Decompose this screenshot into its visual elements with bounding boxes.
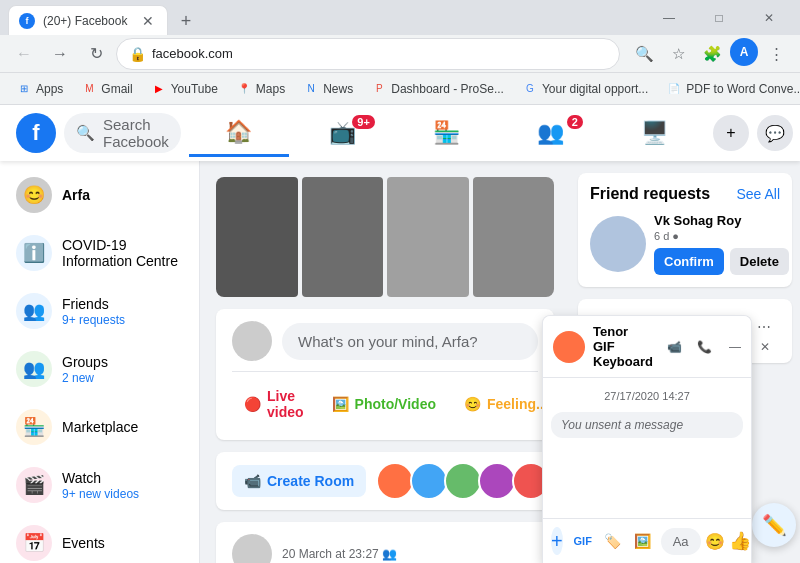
nav-gaming[interactable]: 🖥️: [605, 109, 705, 157]
covid-icon: ℹ️: [16, 235, 52, 271]
bookmark-youtube-label: YouTube: [171, 82, 218, 96]
sidebar-user[interactable]: 😊 Arfa: [4, 169, 195, 221]
chat-emoji-button[interactable]: 😊: [705, 532, 725, 551]
room-icon: 📹: [244, 473, 261, 489]
facebook-body: 😊 Arfa ℹ️ COVID-19 Information Centre 👥 …: [0, 161, 800, 563]
tab-close-button[interactable]: ✕: [139, 12, 157, 30]
chat-phone-button[interactable]: 📞: [691, 333, 719, 361]
sidebar-item-covid[interactable]: ℹ️ COVID-19 Information Centre: [4, 225, 195, 281]
chat-close-button[interactable]: ✕: [751, 333, 779, 361]
maps-icon: 📍: [236, 81, 252, 97]
live-video-button[interactable]: 🔴 Live video: [232, 380, 316, 428]
chat-add-button[interactable]: +: [551, 527, 563, 555]
chat-gif-button[interactable]: GIF: [569, 527, 597, 555]
chat-input[interactable]: Aa: [661, 528, 701, 555]
feeling-icon: 😊: [464, 396, 481, 412]
groups-icon: 👥: [537, 120, 564, 146]
confirm-button[interactable]: Confirm: [654, 248, 724, 275]
nav-watch[interactable]: 📺 9+: [293, 109, 393, 157]
dashboard-icon: P: [371, 81, 387, 97]
minimize-button[interactable]: —: [646, 0, 692, 35]
facebook-logo[interactable]: f: [16, 113, 56, 153]
bookmark-youtube[interactable]: ▶ YouTube: [143, 77, 226, 101]
refresh-button[interactable]: ↻: [80, 38, 112, 70]
chat-unsent-message: You unsent a message: [551, 412, 743, 438]
bookmark-digital-label: Your digital opport...: [542, 82, 648, 96]
marketplace-icon: 🏪: [433, 120, 460, 146]
maximize-button[interactable]: □: [696, 0, 742, 35]
sidebar-item-groups[interactable]: 👥 Groups 2 new: [4, 341, 195, 397]
url-bar[interactable]: 🔒 facebook.com: [116, 38, 620, 70]
sidebar-item-marketplace[interactable]: 🏪 Marketplace: [4, 399, 195, 455]
sidebar-events-label: Events: [62, 535, 183, 551]
bookmark-maps[interactable]: 📍 Maps: [228, 77, 293, 101]
close-button[interactable]: ✕: [746, 0, 792, 35]
chat-footer-icons: GIF 🏷️ 🖼️: [569, 527, 657, 555]
sidebar-marketplace-label: Marketplace: [62, 419, 183, 435]
nav-home[interactable]: 🏠: [189, 109, 289, 157]
sidebar-item-watch[interactable]: 🎬 Watch 9+ new videos: [4, 457, 195, 513]
tab-title: (20+) Facebook: [43, 14, 131, 28]
fr-time: 6 d ●: [654, 230, 789, 242]
bookmark-dashboard[interactable]: P Dashboard - ProSe...: [363, 77, 512, 101]
delete-button[interactable]: Delete: [730, 248, 789, 275]
bookmark-apps[interactable]: ⊞ Apps: [8, 77, 71, 101]
gmail-icon: M: [81, 81, 97, 97]
search-icon-btn[interactable]: 🔍: [628, 38, 660, 70]
fr-name: Vk Sohag Roy: [654, 213, 789, 228]
sidebar-watch-label: Watch: [62, 470, 183, 486]
post-group-icon: 👥: [382, 547, 397, 561]
back-button[interactable]: ←: [8, 38, 40, 70]
composer-actions: 🔴 Live video 🖼️ Photo/Video 😊 Feeling...: [232, 371, 538, 428]
messenger-fab[interactable]: ✏️: [752, 503, 796, 547]
messenger-button[interactable]: 💬: [757, 115, 793, 151]
composer-row: What's on your mind, Arfa?: [232, 321, 538, 361]
chat-sticker-button[interactable]: 🏷️: [599, 527, 627, 555]
nav-groups[interactable]: 👥 2: [501, 109, 601, 157]
browser-profile-avatar[interactable]: A: [730, 38, 758, 66]
post-card: 20 March at 23:27 👥: [216, 522, 554, 563]
live-icon: 🔴: [244, 396, 261, 412]
photo-label: Photo/Video: [355, 396, 436, 412]
story-item-3[interactable]: [387, 177, 469, 297]
bookmark-dashboard-label: Dashboard - ProSe...: [391, 82, 504, 96]
sidebar-covid-label: COVID-19 Information Centre: [62, 237, 183, 269]
bookmark-gmail[interactable]: M Gmail: [73, 77, 140, 101]
sidebar-item-friends[interactable]: 👥 Friends 9+ requests: [4, 283, 195, 339]
search-bar[interactable]: 🔍 Search Facebook: [64, 113, 181, 153]
see-all-button[interactable]: See All: [736, 186, 780, 202]
chat-video-button[interactable]: 📹: [661, 333, 689, 361]
create-room-bar: 📹 Create Room: [216, 452, 554, 510]
menu-icon-btn[interactable]: ⋮: [760, 38, 792, 70]
forward-button[interactable]: →: [44, 38, 76, 70]
events-sidebar-icon: 📅: [16, 525, 52, 561]
nav-marketplace[interactable]: 🏪: [397, 109, 497, 157]
story-item-1[interactable]: [216, 177, 298, 297]
bookmark-apps-label: Apps: [36, 82, 63, 96]
bookmark-digital[interactable]: G Your digital opport...: [514, 77, 656, 101]
active-tab[interactable]: f (20+) Facebook ✕: [8, 5, 168, 35]
bookmark-pdf[interactable]: 📄 PDF to Word Conve...: [658, 77, 800, 101]
facebook-header-right: + 💬 🔔 20+ ▼: [713, 115, 800, 151]
sidebar-item-events[interactable]: 📅 Events: [4, 515, 195, 563]
friend-requests-header: Friend requests See All: [590, 185, 780, 203]
post-time: 20 March at 23:27 👥: [282, 547, 538, 561]
story-item-4[interactable]: [473, 177, 555, 297]
room-avatar-4: [478, 462, 516, 500]
composer-input[interactable]: What's on your mind, Arfa?: [282, 323, 538, 360]
create-room-button[interactable]: 📹 Create Room: [232, 465, 366, 497]
photo-video-button[interactable]: 🖼️ Photo/Video: [320, 380, 448, 428]
star-icon-btn[interactable]: ☆: [662, 38, 694, 70]
chat-footer: + GIF 🏷️ 🖼️ Aa 😊 👍: [543, 518, 751, 563]
bookmark-news[interactable]: N News: [295, 77, 361, 101]
story-item-2[interactable]: [302, 177, 384, 297]
search-icon: 🔍: [76, 124, 95, 142]
chat-minimize-button[interactable]: —: [721, 333, 749, 361]
chat-image-button[interactable]: 🖼️: [629, 527, 657, 555]
extensions-icon-btn[interactable]: 🧩: [696, 38, 728, 70]
new-tab-button[interactable]: +: [172, 7, 200, 35]
chat-like-button[interactable]: 👍: [729, 530, 751, 552]
story-strip: [216, 177, 554, 297]
tab-area: f (20+) Facebook ✕ +: [8, 0, 200, 35]
create-menu-button[interactable]: +: [713, 115, 749, 151]
